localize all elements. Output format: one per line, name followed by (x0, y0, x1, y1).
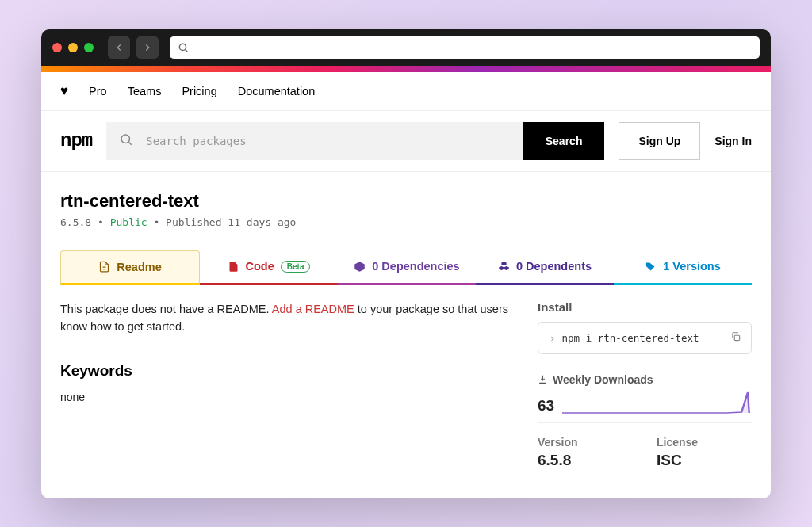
weekly-downloads-label: Weekly Downloads (538, 373, 752, 386)
version-item: Version 6.5.8 (538, 436, 633, 469)
search-input[interactable] (146, 135, 523, 147)
minimize-window-button[interactable] (68, 43, 78, 52)
nav-pricing[interactable]: Pricing (182, 85, 216, 97)
install-command-box[interactable]: › npm i rtn-centered-text (538, 322, 752, 354)
install-label: Install (538, 300, 752, 314)
tab-dependencies-label: 0 Dependencies (372, 260, 459, 273)
install-command: npm i rtn-centered-text (562, 332, 699, 344)
forward-button[interactable] (136, 36, 159, 59)
chevron-right-icon: › (550, 332, 556, 344)
brand-gradient-bar (41, 66, 771, 72)
nav-teams[interactable]: Teams (128, 85, 162, 97)
close-window-button[interactable] (52, 43, 62, 52)
main-columns: This package does not have a README. Add… (41, 285, 771, 469)
package-header: rtn-centered-text 6.5.8 • Public • Publi… (41, 172, 771, 238)
svg-line-3 (129, 142, 132, 144)
tab-code[interactable]: Code Beta (200, 250, 338, 285)
tags-icon (645, 261, 657, 273)
tab-versions[interactable]: 1 Versions (614, 250, 752, 285)
tabs: Readme Code Beta 0 Dependencies 0 Depend… (60, 250, 752, 285)
download-icon (538, 374, 548, 384)
back-button[interactable] (108, 36, 130, 59)
package-title: rtn-centered-text (60, 191, 752, 212)
right-column: Install › npm i rtn-centered-text Weekly… (538, 300, 752, 469)
svg-point-0 (179, 44, 186, 50)
tab-dependents[interactable]: 0 Dependents (476, 250, 614, 285)
svg-point-2 (121, 135, 130, 143)
content: rtn-centered-text 6.5.8 • Public • Publi… (41, 172, 771, 498)
tab-dependencies[interactable]: 0 Dependencies (338, 250, 476, 285)
search-icon (106, 132, 146, 150)
package-access: Public (110, 216, 147, 228)
add-readme-link[interactable]: Add a README (272, 303, 354, 315)
left-column: This package does not have a README. Add… (60, 300, 512, 469)
heart-icon[interactable]: ♥ (60, 83, 68, 99)
top-nav: ♥ Pro Teams Pricing Documentation (41, 72, 771, 111)
license-item: License ISC (657, 436, 752, 469)
search-row: npm Search Sign Up Sign In (41, 111, 771, 172)
downloads-sparkline (562, 391, 752, 414)
keywords-value: none (60, 391, 512, 403)
window-controls (52, 43, 94, 52)
weekly-downloads-value: 63 (538, 397, 554, 414)
code-file-icon (228, 261, 239, 273)
search-button[interactable]: Search (523, 122, 605, 160)
nav-documentation[interactable]: Documentation (238, 85, 316, 97)
package-meta: 6.5.8 • Public • Published 11 days ago (60, 216, 752, 228)
readme-text-pre: This package does not have a README. (60, 303, 272, 315)
meta-grid: Version 6.5.8 License ISC (538, 436, 752, 469)
license-value: ISC (657, 452, 752, 469)
url-bar[interactable] (170, 36, 760, 59)
version-value: 6.5.8 (538, 452, 633, 469)
npm-logo[interactable]: npm (60, 130, 92, 151)
readme-empty-message: This package does not have a README. Add… (60, 300, 512, 336)
tab-readme-label: Readme (117, 261, 161, 273)
signin-link[interactable]: Sign In (714, 135, 752, 147)
weekly-downloads-text: Weekly Downloads (553, 373, 653, 386)
file-icon (98, 261, 110, 273)
search-icon (178, 42, 189, 53)
downloads-row: 63 (538, 391, 752, 423)
keywords-heading: Keywords (60, 362, 512, 380)
search-box: Search (106, 122, 604, 160)
browser-window: ♥ Pro Teams Pricing Documentation npm Se… (41, 29, 771, 498)
tab-dependents-label: 0 Dependents (516, 260, 592, 273)
tab-code-label: Code (246, 260, 274, 273)
svg-rect-6 (734, 335, 739, 340)
nav-pro[interactable]: Pro (89, 85, 107, 97)
version-label: Version (538, 436, 633, 449)
titlebar (41, 29, 771, 66)
signup-button[interactable]: Sign Up (619, 122, 700, 160)
maximize-window-button[interactable] (84, 43, 94, 52)
package-version: 6.5.8 (60, 216, 91, 228)
license-label: License (657, 436, 752, 449)
box-icon (354, 261, 366, 273)
copy-icon[interactable] (730, 331, 741, 345)
svg-line-1 (186, 49, 188, 52)
tab-versions-label: 1 Versions (663, 260, 721, 273)
beta-badge: Beta (281, 261, 311, 273)
package-published: Published 11 days ago (166, 216, 296, 228)
boxes-icon (498, 261, 510, 273)
tab-readme[interactable]: Readme (60, 250, 200, 285)
